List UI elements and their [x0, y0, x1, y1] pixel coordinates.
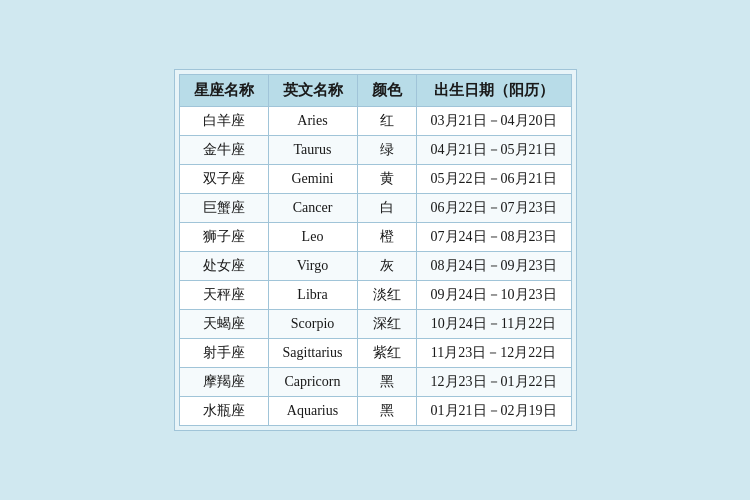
table-row: 天秤座Libra淡红09月24日－10月23日	[179, 281, 571, 310]
cell-r6-c0: 天秤座	[179, 281, 268, 310]
cell-r6-c3: 09月24日－10月23日	[416, 281, 571, 310]
table-row: 双子座Gemini黄05月22日－06月21日	[179, 165, 571, 194]
cell-r2-c3: 05月22日－06月21日	[416, 165, 571, 194]
cell-r1-c0: 金牛座	[179, 136, 268, 165]
column-header-1: 英文名称	[268, 75, 357, 107]
cell-r7-c0: 天蝎座	[179, 310, 268, 339]
cell-r5-c0: 处女座	[179, 252, 268, 281]
table-row: 白羊座Aries红03月21日－04月20日	[179, 107, 571, 136]
cell-r0-c2: 红	[357, 107, 416, 136]
cell-r0-c0: 白羊座	[179, 107, 268, 136]
cell-r8-c0: 射手座	[179, 339, 268, 368]
cell-r10-c3: 01月21日－02月19日	[416, 397, 571, 426]
cell-r2-c2: 黄	[357, 165, 416, 194]
cell-r6-c2: 淡红	[357, 281, 416, 310]
column-header-3: 出生日期（阳历）	[416, 75, 571, 107]
cell-r10-c1: Aquarius	[268, 397, 357, 426]
cell-r4-c0: 狮子座	[179, 223, 268, 252]
table-row: 射手座Sagittarius紫红11月23日－12月22日	[179, 339, 571, 368]
cell-r7-c2: 深红	[357, 310, 416, 339]
cell-r1-c3: 04月21日－05月21日	[416, 136, 571, 165]
cell-r0-c3: 03月21日－04月20日	[416, 107, 571, 136]
table-row: 处女座Virgo灰08月24日－09月23日	[179, 252, 571, 281]
cell-r5-c2: 灰	[357, 252, 416, 281]
cell-r7-c3: 10月24日－11月22日	[416, 310, 571, 339]
cell-r9-c1: Capricorn	[268, 368, 357, 397]
table-row: 巨蟹座Cancer白06月22日－07月23日	[179, 194, 571, 223]
zodiac-table-container: 星座名称英文名称颜色出生日期（阳历） 白羊座Aries红03月21日－04月20…	[174, 69, 577, 431]
cell-r2-c0: 双子座	[179, 165, 268, 194]
cell-r3-c3: 06月22日－07月23日	[416, 194, 571, 223]
table-header-row: 星座名称英文名称颜色出生日期（阳历）	[179, 75, 571, 107]
table-row: 狮子座Leo橙07月24日－08月23日	[179, 223, 571, 252]
cell-r9-c2: 黑	[357, 368, 416, 397]
cell-r2-c1: Gemini	[268, 165, 357, 194]
cell-r0-c1: Aries	[268, 107, 357, 136]
cell-r4-c1: Leo	[268, 223, 357, 252]
table-row: 摩羯座Capricorn黑12月23日－01月22日	[179, 368, 571, 397]
table-row: 水瓶座Aquarius黑01月21日－02月19日	[179, 397, 571, 426]
cell-r9-c0: 摩羯座	[179, 368, 268, 397]
cell-r4-c3: 07月24日－08月23日	[416, 223, 571, 252]
cell-r9-c3: 12月23日－01月22日	[416, 368, 571, 397]
column-header-2: 颜色	[357, 75, 416, 107]
cell-r7-c1: Scorpio	[268, 310, 357, 339]
cell-r8-c3: 11月23日－12月22日	[416, 339, 571, 368]
table-row: 金牛座Taurus绿04月21日－05月21日	[179, 136, 571, 165]
cell-r8-c1: Sagittarius	[268, 339, 357, 368]
cell-r3-c1: Cancer	[268, 194, 357, 223]
cell-r8-c2: 紫红	[357, 339, 416, 368]
cell-r5-c3: 08月24日－09月23日	[416, 252, 571, 281]
cell-r10-c0: 水瓶座	[179, 397, 268, 426]
cell-r1-c1: Taurus	[268, 136, 357, 165]
cell-r3-c0: 巨蟹座	[179, 194, 268, 223]
table-row: 天蝎座Scorpio深红10月24日－11月22日	[179, 310, 571, 339]
cell-r3-c2: 白	[357, 194, 416, 223]
zodiac-table: 星座名称英文名称颜色出生日期（阳历） 白羊座Aries红03月21日－04月20…	[179, 74, 572, 426]
cell-r6-c1: Libra	[268, 281, 357, 310]
cell-r4-c2: 橙	[357, 223, 416, 252]
cell-r1-c2: 绿	[357, 136, 416, 165]
cell-r5-c1: Virgo	[268, 252, 357, 281]
column-header-0: 星座名称	[179, 75, 268, 107]
cell-r10-c2: 黑	[357, 397, 416, 426]
